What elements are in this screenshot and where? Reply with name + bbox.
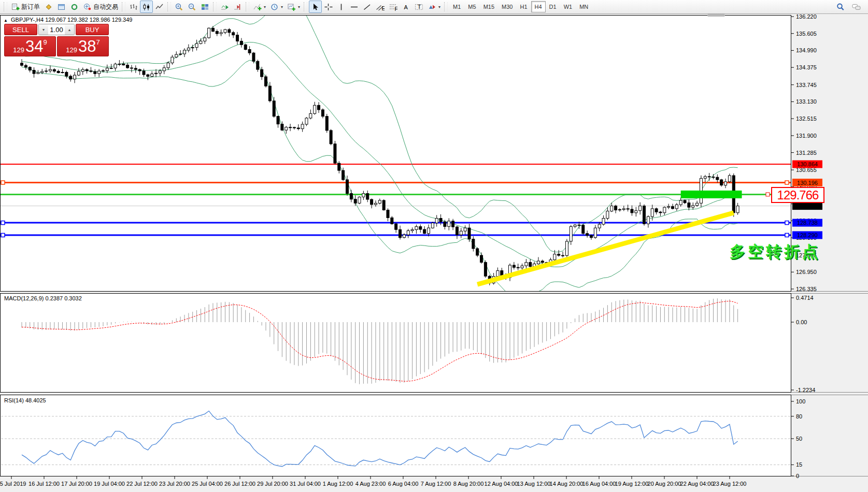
date-label: 8 Aug 20:00	[453, 481, 484, 487]
price-tag-label: 128.738	[797, 220, 818, 226]
date-label: 26 Jul 12:00	[224, 481, 255, 487]
main-chart-panel[interactable]	[1, 16, 791, 292]
price-tick-label: 126.950	[796, 269, 817, 275]
macd-tick-label: -1.2234	[796, 387, 815, 393]
one-click-trading-panel: SELL ▼ 1.00 ▲ BUY 129349 129387	[4, 24, 109, 56]
rsi-tick-label: 15	[796, 461, 802, 468]
date-label: 19 Jul 04:00	[94, 481, 125, 487]
date-label: 16 Jul 12:00	[29, 481, 60, 487]
date-label: 23 Jul 20:00	[159, 481, 190, 487]
price-tag-label: 130.196	[797, 180, 818, 186]
price-tick-label: 131.285	[796, 150, 817, 156]
price-annotation-box[interactable]: 129.766	[771, 187, 824, 203]
date-label: 22 Jul 12:00	[126, 481, 158, 487]
date-label: 13 Aug 12:00	[517, 481, 551, 487]
date-label: 4 Aug 23:00	[355, 481, 386, 487]
volume-decrease-button[interactable]: ▼	[39, 24, 48, 35]
price-tick-label: 136.220	[796, 13, 817, 20]
turning-point-annotation[interactable]: 多空转折点	[730, 241, 820, 263]
symbol-period-label: GBPJPY-,H4	[11, 17, 44, 23]
hline-handle[interactable]	[1, 181, 5, 184]
rsi-label: RSI(14) 48.4025	[4, 397, 46, 403]
date-label: 25 Jul 04:00	[192, 481, 223, 487]
hline-handle[interactable]	[785, 221, 789, 225]
chart-scroll-marker[interactable]	[707, 14, 725, 17]
price-tick-label: 126.335	[796, 286, 817, 292]
sell-price-prefix: 129	[13, 46, 24, 54]
price-tick-label: 134.375	[796, 64, 817, 70]
volume-increase-button[interactable]: ▲	[65, 24, 74, 35]
rsi-tick-label: 100	[796, 398, 805, 404]
date-label: 31 Jul 04:00	[290, 481, 321, 487]
date-label: 7 Aug 12:00	[421, 481, 451, 487]
hline-handle[interactable]	[785, 181, 789, 184]
sell-price-sup: 9	[43, 38, 47, 56]
green-highlight-bar[interactable]	[681, 191, 742, 198]
macd-tick-label: 0.00	[796, 319, 807, 325]
volume-input[interactable]: 1.00	[48, 24, 65, 35]
buy-button[interactable]: BUY	[76, 24, 109, 35]
one-click-panel-toggle-icon[interactable]: ▲	[4, 18, 8, 23]
symbol-header: ▲ GBPJPY-,H4 129.067 129.382 128.986 129…	[4, 17, 132, 23]
buy-price-tile[interactable]: 129387	[57, 36, 109, 56]
price-tag-label: 128.290	[797, 232, 818, 238]
mt4-terminal: { "icons": {"collapse": "▲", "caret_down…	[0, 0, 868, 492]
date-label: 17 Jul 20:00	[61, 481, 92, 487]
price-tick-label: 133.745	[796, 82, 817, 88]
date-label: 15 Jul 2019	[0, 481, 26, 487]
macd-label: MACD(12,26,9) 0.2387 0.3032	[4, 295, 82, 301]
date-label: 20 Aug 20:00	[648, 481, 681, 487]
rsi-tick-label: 0	[796, 473, 799, 479]
date-label: 14 Aug 20:00	[550, 481, 584, 487]
price-tick-label: 131.900	[796, 133, 817, 139]
sell-price-tile[interactable]: 129349	[4, 36, 56, 56]
date-label: 6 Aug 04:00	[388, 481, 419, 487]
hline-handle[interactable]	[1, 234, 5, 237]
sell-button[interactable]: SELL	[4, 24, 37, 35]
annotation-handle[interactable]	[766, 193, 770, 196]
date-label: 16 Aug 04:00	[582, 481, 616, 487]
date-label: 19 Aug 12:00	[615, 481, 649, 487]
date-label: 23 Aug 12:00	[713, 481, 747, 487]
price-tick-label: 134.990	[796, 47, 817, 53]
hline-handle[interactable]	[785, 234, 789, 237]
price-tick-label: 135.605	[796, 31, 817, 37]
price-tag-label: 129.349	[797, 203, 818, 209]
rsi-tick-label: 50	[796, 436, 802, 442]
price-tag-label: 130.864	[797, 161, 818, 167]
ohlc-values: 129.067 129.382 128.986 129.349	[45, 17, 132, 23]
rsi-tick-label: 80	[796, 413, 802, 419]
sell-price-big: 34	[25, 37, 43, 56]
date-label: 22 Aug 04:00	[680, 481, 714, 487]
volume-stepper: ▼ 1.00 ▲	[38, 24, 75, 35]
buy-price-big: 38	[78, 37, 96, 56]
price-tick-label: 133.130	[796, 98, 817, 105]
date-label: 12 Aug 04:00	[485, 481, 518, 487]
date-label: 29 Jul 20:00	[257, 481, 288, 487]
macd-tick-label: 0.4714	[796, 295, 814, 301]
date-label: 1 Aug 12:00	[323, 481, 353, 487]
price-tick-label: 132.515	[796, 115, 817, 122]
hline-handle[interactable]	[1, 221, 5, 225]
buy-price-sup: 7	[96, 38, 99, 56]
buy-price-prefix: 129	[66, 46, 77, 54]
